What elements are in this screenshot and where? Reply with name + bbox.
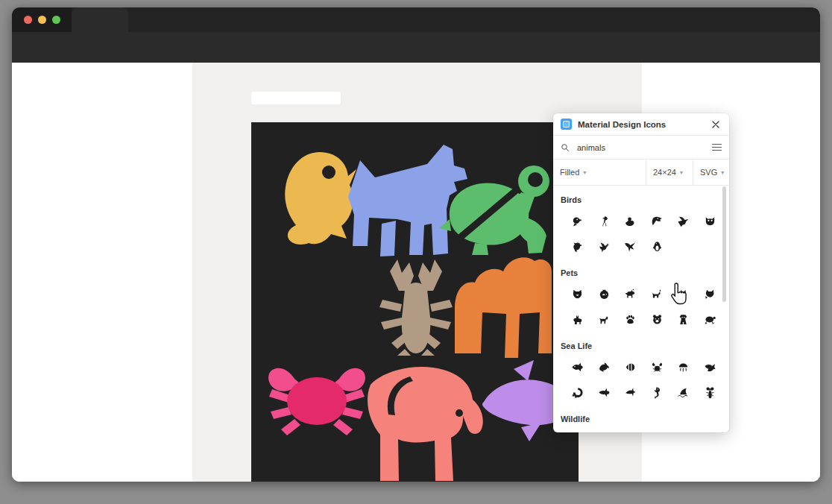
raven-icon[interactable] <box>564 233 591 259</box>
crab-icon[interactable] <box>644 354 671 379</box>
kitten-icon[interactable] <box>670 281 697 306</box>
fish-bowl-icon[interactable] <box>591 281 618 306</box>
bird-icon[interactable] <box>564 208 591 233</box>
traffic-lights <box>12 7 72 32</box>
section-label: Birds <box>561 195 729 204</box>
tab-strip <box>12 7 820 32</box>
style-dropdown[interactable]: Filled ▾ <box>553 160 646 185</box>
chevron-down-icon: ▾ <box>680 169 683 176</box>
icon-grid <box>564 281 724 332</box>
animals-illustration <box>251 122 579 482</box>
format-dropdown-value: SVG <box>700 168 717 177</box>
plugin-title: Material Design Icons <box>578 120 710 129</box>
clownfish-icon[interactable] <box>617 354 644 379</box>
search-icon <box>561 143 570 152</box>
browser-window: Material Design Icons Filled <box>12 7 820 482</box>
owl-icon[interactable] <box>697 208 724 233</box>
section-label: Wildlife <box>561 415 729 423</box>
eagle-icon[interactable] <box>644 208 671 233</box>
crane-icon[interactable] <box>591 208 618 233</box>
section-label: Sea Life <box>561 341 729 350</box>
editor-content: Material Design Icons Filled <box>12 63 820 482</box>
dog-small-icon[interactable] <box>644 281 671 306</box>
nautilus-icon[interactable] <box>564 379 591 405</box>
filter-row: Filled ▾ 24×24 ▾ SVG ▾ <box>553 160 729 186</box>
plugin-panel: Material Design Icons Filled <box>553 113 729 432</box>
wolf-icon[interactable] <box>564 281 591 306</box>
minimize-window-button[interactable] <box>38 16 46 24</box>
scrollbar-thumb[interactable] <box>722 186 726 302</box>
browser-tab[interactable] <box>72 7 128 32</box>
bear-icon[interactable] <box>644 306 671 332</box>
trout-icon[interactable] <box>591 379 618 405</box>
section-label: Pets <box>561 268 729 277</box>
style-dropdown-value: Filled <box>560 168 579 177</box>
paw-icon[interactable] <box>617 306 644 332</box>
seahorse-icon[interactable] <box>644 379 671 405</box>
plugin-badge-icon <box>561 119 572 130</box>
swallow-icon[interactable] <box>617 233 644 259</box>
cat-icon[interactable] <box>617 281 644 306</box>
cat-head-icon[interactable] <box>697 281 724 306</box>
size-dropdown-value: 24×24 <box>653 168 676 177</box>
jellyfish-icon[interactable] <box>670 354 697 379</box>
size-dropdown[interactable]: 24×24 ▾ <box>646 160 693 185</box>
browser-toolbar <box>12 32 820 63</box>
chevron-down-icon: ▾ <box>721 169 724 176</box>
seagull-icon[interactable] <box>670 208 697 233</box>
filter-list-icon[interactable] <box>712 144 722 151</box>
lobster-icon[interactable] <box>697 379 724 405</box>
llama-icon[interactable] <box>564 306 591 332</box>
screen: Material Design Icons Filled <box>0 0 832 504</box>
format-dropdown[interactable]: SVG ▾ <box>693 160 729 185</box>
shark-icon[interactable] <box>670 379 697 405</box>
icon-grid <box>564 354 724 405</box>
fish-icon[interactable] <box>564 354 591 379</box>
salmon-icon[interactable] <box>697 354 724 379</box>
dog-icon[interactable] <box>591 306 618 332</box>
icon-results-list: BirdsPetsSea LifeWildlife <box>553 186 729 432</box>
plugin-panel-header: Material Design Icons <box>553 113 729 136</box>
search-input[interactable] <box>576 142 712 153</box>
tortoise-icon[interactable] <box>697 306 724 332</box>
puppy-icon[interactable] <box>670 306 697 332</box>
close-icon[interactable] <box>710 119 722 130</box>
icon-grid <box>564 208 724 259</box>
penguin-icon[interactable] <box>644 233 671 259</box>
chevron-down-icon: ▾ <box>583 169 586 176</box>
dove-icon[interactable] <box>591 233 618 259</box>
search-bar <box>553 136 729 160</box>
canvas-text-placeholder[interactable] <box>251 92 341 104</box>
dolphin-icon[interactable] <box>591 354 618 379</box>
bass-icon[interactable] <box>617 379 644 405</box>
close-window-button[interactable] <box>24 16 32 24</box>
artboard[interactable] <box>251 122 579 482</box>
duck-icon[interactable] <box>617 208 644 233</box>
zoom-window-button[interactable] <box>52 16 60 24</box>
